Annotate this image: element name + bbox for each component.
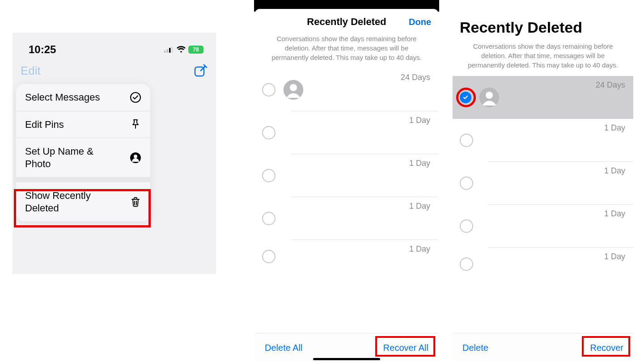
avatar-icon [284, 80, 303, 100]
messages-nav: Edit [13, 61, 216, 82]
cellular-icon [164, 46, 174, 53]
list-item[interactable]: 1 Day [453, 205, 633, 248]
home-indicator[interactable] [313, 358, 380, 360]
days-remaining: 1 Day [604, 123, 625, 133]
status-time: 10:25 [29, 43, 56, 56]
conversation-list: 24 Days 1 Day 1 Day 1 Day 1 Day [255, 68, 438, 273]
svg-rect-1 [167, 49, 169, 53]
days-remaining: 1 Day [409, 202, 430, 211]
list-item[interactable]: 24 Days [453, 76, 633, 119]
svg-point-11 [486, 92, 493, 99]
delete-all-button[interactable]: Delete All [265, 343, 303, 353]
days-remaining: 1 Day [604, 166, 625, 176]
selection-radio[interactable] [262, 250, 275, 263]
done-button[interactable]: Done [409, 17, 431, 27]
menu-item-label: Select Messages [25, 91, 100, 104]
list-item[interactable]: 1 Day [255, 240, 438, 273]
days-remaining: 24 Days [596, 80, 625, 90]
edit-button[interactable]: Edit [21, 64, 41, 78]
avatar-icon [479, 88, 499, 107]
svg-point-9 [290, 84, 297, 91]
status-bar: 10:25 78 [13, 33, 216, 61]
days-remaining: 1 Day [604, 209, 625, 219]
status-indicators: 78 [164, 46, 203, 54]
days-remaining: 1 Day [409, 244, 430, 254]
svg-rect-3 [172, 46, 174, 53]
list-item[interactable]: 24 Days [255, 68, 438, 111]
selection-radio[interactable] [262, 83, 275, 97]
conversation-list: 24 Days 1 Day 1 Day 1 Day 1 Day [453, 76, 633, 281]
list-item[interactable]: 1 Day [453, 162, 633, 205]
header-description: Conversations show the days remaining be… [255, 30, 438, 68]
list-item[interactable]: 1 Day [453, 248, 633, 281]
annotation-highlight [14, 189, 151, 227]
selection-radio[interactable] [460, 219, 473, 233]
days-remaining: 1 Day [604, 252, 625, 261]
selection-radio[interactable] [460, 257, 473, 271]
list-item[interactable]: 1 Day [255, 197, 438, 240]
wifi-icon [177, 46, 186, 53]
svg-point-7 [134, 155, 137, 158]
header-description: Conversations show the days remaining be… [453, 38, 633, 76]
selection-radio[interactable] [460, 177, 473, 190]
list-item[interactable]: 1 Day [453, 119, 633, 162]
menu-item-label: Edit Pins [25, 118, 64, 131]
page-title: Recently Deleted [453, 0, 633, 38]
selection-radio[interactable] [262, 212, 275, 225]
compose-icon[interactable] [194, 64, 207, 78]
menu-select-messages[interactable]: Select Messages [16, 84, 150, 111]
days-remaining: 1 Day [409, 159, 430, 168]
recently-deleted-list-panel: Recently Deleted Done Conversations show… [255, 0, 438, 362]
annotation-highlight [456, 88, 476, 107]
battery-indicator: 78 [188, 46, 203, 54]
delete-button[interactable]: Delete [462, 343, 488, 353]
list-item[interactable]: 1 Day [255, 154, 438, 197]
days-remaining: 24 Days [401, 73, 430, 82]
pin-icon [130, 118, 141, 130]
selection-radio[interactable] [262, 169, 275, 182]
person-circle-icon [130, 152, 141, 164]
days-remaining: 1 Day [409, 116, 430, 125]
svg-rect-2 [169, 48, 171, 53]
page-title: Recently Deleted [261, 16, 432, 28]
selection-radio[interactable] [262, 126, 275, 139]
checkmark-circle-icon [130, 92, 141, 103]
sheet-header: Recently Deleted Done [255, 13, 438, 30]
svg-rect-0 [164, 51, 166, 53]
menu-item-label: Set Up Name & Photo [25, 145, 119, 170]
annotation-highlight [375, 336, 435, 357]
list-item[interactable]: 1 Day [255, 111, 438, 154]
recently-deleted-select-panel: Recently Deleted Conversations show the … [453, 0, 633, 362]
selection-radio[interactable] [460, 134, 473, 147]
menu-edit-pins[interactable]: Edit Pins [16, 111, 150, 138]
annotation-highlight [582, 336, 630, 357]
messages-edit-panel: 10:25 78 Edit Select Messages [13, 33, 216, 274]
menu-set-up-name-photo[interactable]: Set Up Name & Photo [16, 138, 150, 177]
